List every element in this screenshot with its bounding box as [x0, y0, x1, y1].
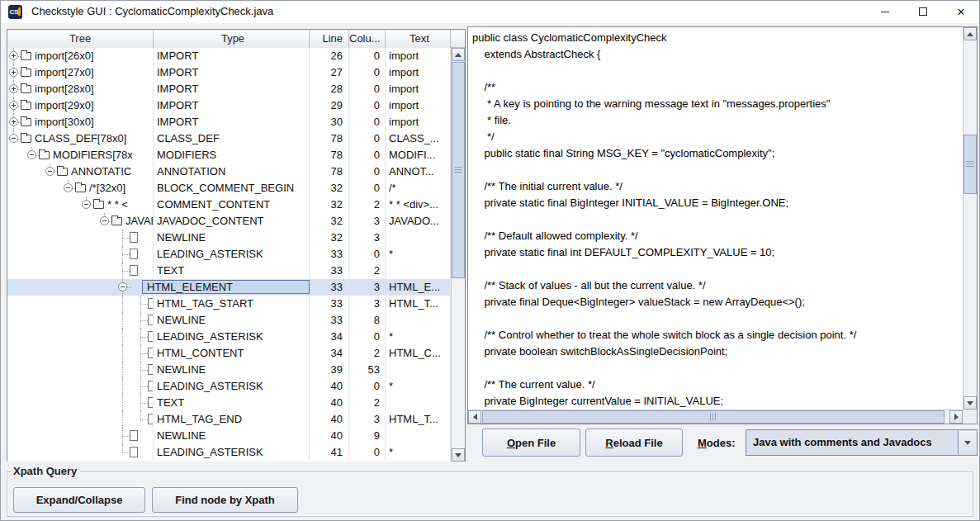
scroll-down-button[interactable] — [452, 448, 465, 462]
line-cell: 32 — [310, 230, 349, 246]
tree-expanded-knob-icon[interactable] — [118, 282, 127, 291]
line-cell: 78 — [310, 130, 349, 147]
window-title: Checkstyle GUI : CyclomaticComplexityChe… — [31, 0, 273, 23]
scroll-up-button[interactable] — [452, 48, 465, 61]
tree-cell: import[28x0] — [7, 81, 154, 97]
table-row[interactable]: LEADING_ASTERISK400* — [7, 378, 451, 395]
table-row[interactable]: HTML_ELEMENT333HTML_E... — [7, 279, 451, 296]
tree-cell — [7, 263, 154, 279]
text-cell: * — [386, 378, 451, 395]
combo-dropdown-button[interactable] — [958, 431, 976, 454]
line-cell: 78 — [310, 147, 349, 163]
expand-collapse-button[interactable]: Expand/Collapse — [13, 487, 145, 513]
table-row[interactable]: * * <COMMENT_CONTENT322* * <div>... — [7, 197, 451, 213]
tree-collapsed-knob-icon[interactable] — [9, 51, 18, 60]
source-horizontal-scrollbar[interactable] — [468, 410, 963, 424]
table-row[interactable]: import[28x0]IMPORT280import — [7, 81, 451, 97]
scrollbar-thumb[interactable] — [482, 410, 944, 424]
table-row[interactable]: import[27x0]IMPORT270import — [7, 64, 451, 81]
tree-cell: CLASS_DEF[78x0] — [7, 130, 154, 147]
tree-cell — [7, 345, 154, 362]
line-cell: 26 — [310, 48, 349, 64]
column-cell: 0 — [349, 48, 386, 64]
line-cell: 39 — [310, 362, 349, 378]
scroll-right-button[interactable] — [949, 410, 963, 424]
tree-expanded-knob-icon[interactable] — [100, 216, 109, 225]
open-file-button[interactable]: Open File — [482, 429, 580, 457]
table-row[interactable]: import[26x0]IMPORT260import — [7, 48, 451, 64]
table-row[interactable]: JAVADOC_CONTENTJAVADOC_CONTENT323JAVADO.… — [7, 213, 451, 230]
minimize-button[interactable] — [866, 0, 904, 23]
reload-file-button[interactable]: Reload File — [585, 429, 683, 457]
find-node-button[interactable]: Find node by Xpath — [152, 487, 298, 513]
tree-guide-line — [140, 411, 141, 419]
tree-cell: * * < — [7, 197, 154, 213]
column-header-type[interactable]: Type — [154, 30, 310, 48]
tree-cell: import[26x0] — [7, 48, 154, 64]
column-cell: 9 — [349, 428, 386, 444]
folder-icon — [75, 184, 86, 192]
modes-combobox[interactable]: Java with comments and Javadocs — [746, 429, 978, 456]
scroll-up-button[interactable] — [963, 27, 977, 40]
type-cell: HTML_CONTENT — [154, 345, 310, 362]
line-cell: 40 — [310, 395, 349, 411]
tree-expanded-knob-icon[interactable] — [45, 167, 54, 176]
source-vertical-scrollbar[interactable] — [963, 27, 977, 410]
scrollbar-thumb[interactable] — [452, 62, 465, 278]
tree-cell — [7, 395, 154, 411]
tree-expanded-knob-icon[interactable] — [64, 183, 73, 192]
table-row[interactable]: LEADING_ASTERISK330* — [7, 246, 451, 263]
type-cell: IMPORT — [154, 48, 310, 64]
scroll-down-button[interactable] — [963, 396, 977, 410]
tree-expanded-knob-icon[interactable] — [9, 134, 18, 143]
tree-expanded-knob-icon[interactable] — [27, 150, 36, 159]
table-row[interactable]: HTML_TAG_START333HTML_T... — [7, 296, 451, 312]
table-row[interactable]: /*[32x0]BLOCK_COMMENT_BEGIN320/* — [7, 180, 451, 197]
column-cell: 0 — [349, 246, 386, 263]
maximize-button[interactable] — [904, 0, 942, 23]
tree-collapsed-knob-icon[interactable] — [9, 84, 18, 93]
folder-icon — [21, 69, 31, 77]
tree-guide-line — [122, 378, 123, 395]
tree-vertical-scrollbar[interactable] — [451, 48, 465, 462]
table-row[interactable]: TEXT402 — [7, 395, 451, 411]
tree-collapsed-knob-icon[interactable] — [9, 101, 18, 110]
type-cell: LEADING_ASTERISK — [154, 378, 310, 395]
table-row[interactable]: import[29x0]IMPORT290import — [7, 97, 451, 114]
type-cell: IMPORT — [154, 81, 310, 97]
table-row[interactable]: NEWLINE338 — [7, 312, 451, 329]
scroll-left-button[interactable] — [468, 410, 481, 424]
close-button[interactable]: ✕ — [942, 0, 980, 23]
tree-cell — [7, 411, 154, 428]
minimize-icon — [881, 12, 889, 12]
column-header-line[interactable]: Line — [310, 30, 349, 48]
table-row[interactable]: import[30x0]IMPORT300import — [7, 114, 451, 130]
code-line: * file. — [472, 112, 963, 129]
table-row[interactable]: HTML_TAG_END403HTML_T... — [7, 411, 451, 428]
column-header-text[interactable]: Text — [386, 30, 451, 48]
code-line — [472, 211, 963, 228]
code-line: private final Deque<BigInteger> valueSta… — [472, 294, 963, 310]
column-cell: 8 — [349, 312, 386, 329]
table-row[interactable]: CLASS_DEF[78x0]CLASS_DEF780CLASS_... — [7, 130, 451, 147]
table-row[interactable]: NEWLINE323 — [7, 230, 451, 246]
tree-expanded-knob-icon[interactable] — [82, 200, 91, 209]
line-cell: 27 — [310, 64, 349, 81]
table-row[interactable]: MODIFIERS[78xMODIFIERS780MODIFI... — [7, 147, 451, 163]
column-cell: 0 — [349, 81, 386, 97]
scrollbar-thumb[interactable] — [963, 135, 977, 194]
table-row[interactable]: LEADING_ASTERISK340* — [7, 329, 451, 345]
text-cell — [386, 428, 451, 444]
table-row[interactable]: LEADING_ASTERISK410* — [7, 444, 451, 461]
table-row[interactable]: TEXT332 — [7, 263, 451, 279]
table-row[interactable]: NEWLINE3953 — [7, 362, 451, 378]
tree-collapsed-knob-icon[interactable] — [9, 68, 18, 77]
tree-collapsed-knob-icon[interactable] — [9, 117, 18, 126]
table-row[interactable]: NEWLINE409 — [7, 428, 451, 444]
code-line — [472, 261, 963, 277]
table-row[interactable]: HTML_CONTENT342HTML_C... — [7, 345, 451, 362]
column-header-column[interactable]: Colu... — [349, 30, 386, 48]
column-header-tree[interactable]: Tree — [7, 30, 154, 48]
source-code-view[interactable]: public class CyclomaticComplexityCheck e… — [468, 27, 963, 410]
table-row[interactable]: ANNOTATICANNOTATION780ANNOT... — [7, 163, 451, 180]
